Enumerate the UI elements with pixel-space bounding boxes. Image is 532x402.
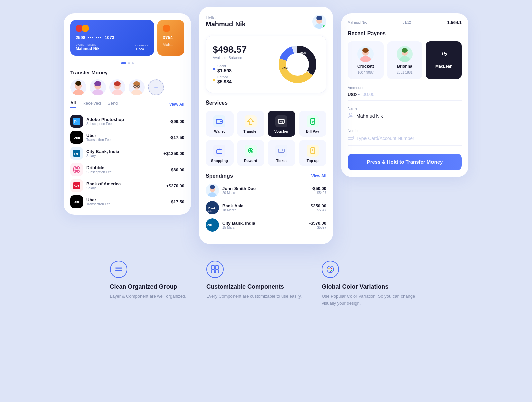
center-phone: Hello! Mahmud Nik $498.57 Available Bala — [199, 7, 333, 244]
avatar-3[interactable] — [109, 79, 125, 95]
svg-point-4 — [77, 82, 79, 84]
tx-icon-citi: citi — [70, 147, 83, 160]
services-grid: Wallet Transfer % Voucher — [206, 111, 326, 166]
payee-brionna[interactable]: Brionna 2561 1881 — [387, 41, 423, 79]
right-top-bar: Mahmud Nik 01/12 1.564.1 — [348, 20, 462, 25]
earned-stat: Earned $5.984 — [213, 75, 247, 84]
tx-icon-uber: UBER — [70, 131, 83, 144]
ticket-label: Ticket — [276, 159, 287, 163]
avatar-1[interactable] — [70, 79, 86, 95]
transfer-title: Transfer Money — [70, 70, 184, 75]
svg-marker-43 — [248, 118, 254, 124]
balance-label: Available Balance — [213, 56, 247, 60]
sp-info-1: Bank Asia 18 March — [222, 203, 306, 212]
payee-number-brionna: 2561 1881 — [397, 71, 412, 74]
right-panel: Mahmud Nik 01/12 1.564.1 Recent Payees — [341, 13, 468, 177]
holder-name: Mahmud Nik — [76, 46, 99, 51]
service-topup[interactable]: Top up — [299, 140, 327, 166]
svg-point-0 — [72, 89, 84, 95]
sp-amount-0: -$50.00 — [312, 186, 326, 191]
donut-svg: 35% 45% 15% — [276, 43, 319, 86]
number-label: Number — [348, 129, 462, 133]
billpay-label: Bill Pay — [306, 129, 319, 133]
tx-info-4: Bank of America Salary — [86, 181, 162, 190]
add-payee-button[interactable]: + — [148, 79, 164, 95]
tx-name-1: Uber — [86, 133, 166, 138]
card-icon — [348, 135, 354, 142]
service-ticket[interactable]: Ticket — [268, 140, 295, 166]
online-indicator — [322, 25, 326, 28]
sp-icon-0 — [206, 184, 219, 197]
service-transfer[interactable]: Transfer — [237, 111, 265, 137]
number-input[interactable] — [356, 136, 462, 141]
press-hold-button[interactable]: Press & Hold to Transfer Money — [348, 154, 462, 170]
payee-maclean[interactable]: +5 MacLean — [426, 41, 462, 79]
service-voucher[interactable]: % Voucher — [268, 111, 295, 137]
tx-name-4: Bank of America — [86, 181, 162, 186]
svg-point-32 — [316, 16, 322, 20]
shopping-icon — [213, 145, 225, 157]
svg-text:45%: 45% — [282, 67, 288, 70]
tab-send[interactable]: Send — [108, 100, 118, 108]
sp-amounts-0: -$50.00 $5497 — [312, 186, 326, 195]
sp-amounts-1: -$350.00 $5547 — [309, 203, 326, 212]
svg-point-82 — [330, 267, 331, 268]
earned-dot — [213, 79, 215, 81]
services-title: Services — [206, 100, 326, 106]
avatar-2[interactable] — [90, 79, 106, 95]
sp-date-2: 15 March — [222, 226, 306, 229]
sp-icon-2: citi — [206, 218, 219, 232]
payee-crockett[interactable]: Crockett 1007 9087 — [348, 41, 384, 79]
currency-select[interactable]: USD ▾ — [348, 92, 360, 97]
svg-point-70 — [349, 113, 352, 116]
tx-sub-1: Transaction Fee — [86, 138, 166, 142]
view-all-link[interactable]: View All — [169, 102, 184, 107]
blue-card[interactable]: 2598 ••• ••• 1073 CARD HOLDER Mahmud Nik — [70, 20, 154, 56]
spending-item-1: BankAsia Bank Asia 18 March -$350.00 $55… — [206, 201, 326, 214]
svg-text:Asia: Asia — [207, 210, 212, 212]
sp-icon-1: BankAsia — [206, 201, 219, 214]
tx-amount-5: -$17.50 — [170, 199, 184, 204]
orange-card[interactable]: 3754 Mah... — [157, 20, 184, 56]
name-input[interactable] — [356, 113, 462, 119]
payee-name-maclean: MacLean — [435, 64, 452, 69]
sp-balance-1: $5547 — [309, 208, 326, 212]
tx-name-0: Adobe Photoshop — [86, 117, 166, 122]
service-wallet[interactable]: Wallet — [206, 111, 234, 137]
transaction-item: Ps Adobe Photoshop Subscription Fee -$99… — [70, 115, 184, 128]
transaction-tabs: All Received Send View All — [70, 100, 184, 111]
tx-sub-4: Salary — [86, 186, 162, 190]
avatar-4[interactable] — [129, 79, 145, 95]
svg-rect-42 — [220, 121, 222, 122]
svg-rect-79 — [215, 270, 219, 273]
svg-point-56 — [208, 192, 217, 197]
service-billpay[interactable]: Bill Pay — [299, 111, 327, 137]
dot-2 — [132, 62, 134, 64]
feature-desc-0: Layer & Component are well organized. — [110, 293, 186, 300]
donut-chart: 35% 45% 15% — [276, 43, 319, 86]
svg-text:BofA: BofA — [74, 185, 79, 187]
payee-more-count: +5 — [436, 46, 452, 62]
svg-text:35%: 35% — [300, 51, 306, 55]
card-dots-2: ••• — [96, 36, 102, 39]
payee-name-crockett: Crockett — [357, 64, 374, 69]
tx-amount-2: +$1250.00 — [163, 151, 184, 156]
right-amount-top: 1.564.1 — [447, 20, 462, 25]
tx-sub-2: Salary — [86, 154, 160, 158]
feature-icon-layers — [110, 261, 127, 278]
transfer-form: Ammount USD ▾ Name Number — [348, 86, 462, 170]
service-shopping[interactable]: Shopping — [206, 140, 234, 166]
tab-all[interactable]: All — [70, 100, 76, 108]
sp-date-1: 18 March — [222, 208, 306, 212]
wallet-icon — [213, 115, 225, 127]
payee-name-brionna: Brionna — [397, 64, 412, 69]
amount-input[interactable] — [362, 92, 462, 97]
service-reward[interactable]: Reward — [237, 140, 265, 166]
tab-received[interactable]: Received — [83, 100, 101, 108]
spendings-title: Spendings — [206, 173, 233, 179]
greeting-text: Hello! — [206, 15, 246, 20]
user-avatar-header[interactable] — [312, 15, 326, 29]
amount-input-row: USD ▾ — [348, 92, 462, 101]
svg-rect-71 — [348, 136, 353, 139]
spendings-view-all[interactable]: View All — [311, 174, 326, 178]
